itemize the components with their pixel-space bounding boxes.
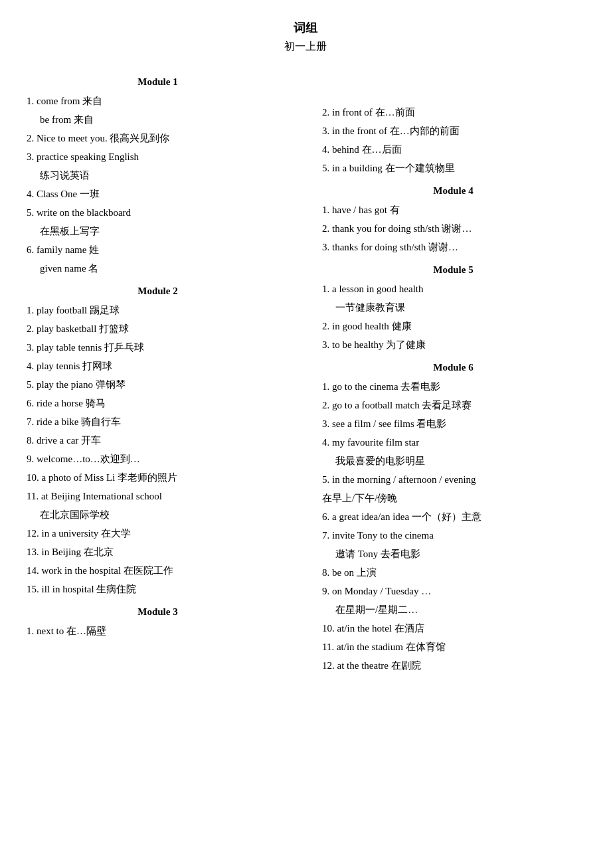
list-item: 2. thank you for doing sth/sth 谢谢… [322,220,584,236]
list-item: given name 名 [40,260,289,276]
list-item: 10. a photo of Miss Li 李老师的照片 [27,470,289,485]
list-item: 4. my favourite film star [322,434,584,450]
module3-title: Module 3 [27,606,289,618]
module5-title: Module 5 [322,264,584,276]
list-item: 3. to be healthy 为了健康 [322,337,584,353]
list-item: 我最喜爱的电影明星 [335,453,584,469]
module1-title: Module 1 [27,76,289,88]
list-item: 2. play basketball 打篮球 [27,321,289,337]
list-item: 3. play table tennis 打乒乓球 [27,339,289,355]
list-item: 4. Class One 一班 [27,186,289,202]
list-item: 11. at Beijing International school [27,488,289,504]
list-item: 7. ride a bike 骑自行车 [27,414,289,430]
list-item: 12. in a university 在大学 [27,525,289,541]
book-title: 初一上册 [27,40,584,54]
list-item: 一节健康教育课 [335,300,584,315]
list-item: 1. next to 在…隔壁 [27,623,289,639]
list-item: 1. come from 来自 [27,93,289,109]
list-item: 2. in good health 健康 [322,318,584,334]
list-item: 8. drive a car 开车 [27,432,289,448]
list-item: be from 来自 [40,112,289,128]
module3-continued: 2. in front of 在…前面 3. in the front of 在… [322,104,584,176]
list-item: 在星期一/星期二… [335,602,584,618]
list-item: 5. write on the blackboard [27,205,289,220]
list-item: 5. play the piano 弹钢琴 [27,377,289,392]
list-item: 6. family name 姓 [27,242,289,258]
list-item: 12. at the theatre 在剧院 [322,657,584,673]
list-item: 6. ride a horse 骑马 [27,395,289,411]
list-item: 2. go to a football match 去看足球赛 [322,397,584,413]
list-item: 5. in the morning / afternoon / evening [322,472,584,487]
list-item: 2. in front of 在…前面 [322,104,584,120]
list-item: 11. at/in the stadium 在体育馆 [322,639,584,655]
list-item: 13. in Beijing 在北京 [27,544,289,560]
list-item: 9. welcome…to…欢迎到… [27,451,289,467]
list-item: 4. play tennis 打网球 [27,358,289,374]
list-item: 在早上/下午/傍晚 [322,490,584,506]
right-column: 2. in front of 在…前面 3. in the front of 在… [315,67,584,676]
list-item: 在黑板上写字 [40,223,289,239]
list-item: 8. be on 上演 [322,564,584,580]
list-item: 3. see a film / see films 看电影 [322,416,584,432]
list-item: 6. a great idea/an idea 一个（好）主意 [322,509,584,525]
list-item: 1. a lesson in good health [322,281,584,297]
list-item: 9. on Monday / Tuesday … [322,583,584,599]
list-item: 3. in the front of 在…内部的前面 [322,123,584,139]
list-item: 14. work in the hospital 在医院工作 [27,563,289,578]
list-item: 10. at/in the hotel 在酒店 [322,620,584,636]
left-column: Module 1 1. come from 来自 be from 来自 2. N… [27,67,296,676]
list-item: 4. behind 在…后面 [322,141,584,157]
list-item: 7. invite Tony to the cinema [322,527,584,543]
list-item: 5. in a building 在一个建筑物里 [322,160,584,176]
list-item: 1. play football 踢足球 [27,302,289,318]
page-title: 词组 [27,20,584,36]
module2-title: Module 2 [27,286,289,297]
list-item: 练习说英语 [40,167,289,183]
list-item: 3. practice speaking English [27,149,289,165]
module6-title: Module 6 [322,362,584,373]
list-item: 2. Nice to meet you. 很高兴见到你 [27,130,289,146]
list-item: 1. have / has got 有 [322,202,584,218]
list-item: 在北京国际学校 [40,507,289,523]
list-item: 邀请 Tony 去看电影 [335,546,584,562]
module4-title: Module 4 [322,185,584,197]
list-item: 15. ill in hospital 生病住院 [27,581,289,597]
list-item: 1. go to the cinema 去看电影 [322,379,584,394]
list-item: 3. thanks for doing sth/sth 谢谢… [322,239,584,255]
